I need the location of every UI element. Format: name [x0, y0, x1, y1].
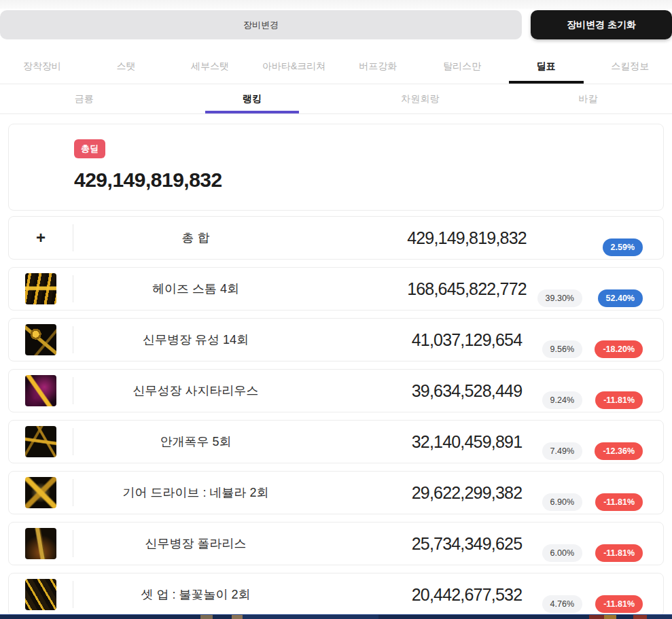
table-row[interactable]: 신무병장 폴라리스 25,734,349,625 6.00% -11.81% [8, 522, 664, 565]
share-percent-badge: 9.56% [542, 340, 582, 358]
tab-buff-enhance[interactable]: 버프강화 [336, 49, 421, 84]
row-skill-name: 셋 업 : 불꽃놀이 2회 [73, 586, 318, 603]
delta-percent-badge: -11.81% [595, 391, 643, 409]
tab-detail-stats[interactable]: 세부스탯 [168, 49, 252, 84]
banner-fragment [647, 615, 672, 619]
skill-mist-downpour-icon [25, 426, 56, 457]
banner-fragment [0, 615, 200, 619]
skill-icon-cell [9, 273, 73, 304]
tab-avatar-creature[interactable]: 아바타&크리쳐 [252, 49, 336, 84]
change-equipment-button[interactable]: 장비변경 [0, 10, 522, 39]
skill-icon-cell [9, 528, 73, 559]
tab-label: 탈리스만 [443, 60, 481, 73]
banner-fragment [589, 615, 604, 619]
skill-icon-cell [9, 324, 73, 355]
tab-equipment[interactable]: 장착장비 [0, 49, 84, 84]
skill-gear-drive-nebula-icon [25, 477, 56, 508]
row-skill-name: 총 합 [73, 230, 318, 246]
banner-fragment [633, 615, 647, 619]
share-percent-badge: 7.49% [542, 442, 582, 460]
banner-fragment [243, 615, 378, 619]
share-percent-badge: 39.30% [537, 289, 582, 307]
skill-setup-fireworks-icon [25, 579, 56, 610]
tab-label: 스탯 [116, 60, 135, 73]
tab-label: 스킬정보 [611, 60, 649, 73]
tab-skill-info[interactable]: 스킬정보 [588, 49, 672, 84]
page-top-band [0, 0, 672, 9]
tab-damage-table[interactable]: 딜표 [504, 49, 588, 84]
subtab-dimension-corridor[interactable]: 차원회랑 [336, 84, 504, 113]
top-actions: 장비변경 장비변경 초기화 [0, 9, 672, 39]
banner-fragment [200, 615, 213, 619]
active-subtab-underline [205, 111, 299, 113]
share-percent-badge: 6.90% [542, 493, 582, 511]
banner-fragment [378, 615, 589, 619]
delta-percent-badge: -18.20% [595, 340, 643, 358]
skill-icon-cell [9, 426, 73, 457]
subtab-ranking[interactable]: 랭킹 [168, 84, 336, 113]
subtab-label: 차원회랑 [401, 93, 439, 105]
tab-label: 장착장비 [23, 60, 61, 73]
skill-icon-cell [9, 579, 73, 610]
row-skill-name: 신무성장 사지타리우스 [73, 383, 318, 399]
cropped-banner-strip [0, 614, 672, 619]
banner-fragment [604, 615, 616, 619]
tab-label: 세부스탯 [191, 60, 229, 73]
tab-stats[interactable]: 스탯 [84, 49, 169, 84]
skill-icon-cell [9, 477, 73, 508]
table-row[interactable]: 안개폭우 5회 32,140,459,891 7.49% -12.36% [8, 420, 664, 463]
sub-tab-bar: 금룡 랭킹 차원회랑 바칼 [0, 84, 672, 114]
row-skill-name: 기어 드라이브 : 네뷸라 2회 [73, 484, 318, 501]
skill-meteor-icon [25, 324, 56, 355]
banner-fragment [232, 615, 243, 619]
table-row[interactable]: + 총 합 429,149,819,832 2.59% [8, 216, 664, 260]
active-tab-underline [509, 81, 584, 84]
tab-label: 아바타&크리쳐 [262, 60, 325, 73]
tab-label: 버프강화 [359, 60, 397, 73]
skill-haze-storm-icon [25, 273, 56, 304]
row-skill-name: 신무병장 유성 14회 [73, 332, 318, 348]
banner-fragment [213, 615, 232, 619]
subtab-label: 금룡 [75, 93, 94, 105]
table-row[interactable]: 헤이즈 스톰 4회 168,645,822,772 39.30% 52.40% [8, 267, 664, 311]
table-row[interactable]: 기어 드라이브 : 네뷸라 2회 29,622,299,382 6.90% -1… [8, 471, 664, 514]
total-damage-value: 429,149,819,832 [74, 169, 663, 192]
table-row[interactable]: 신무성장 사지타리우스 39,634,528,449 9.24% -11.81% [8, 369, 664, 412]
subtab-label: 랭킹 [243, 93, 262, 105]
share-percent-badge: 6.00% [542, 544, 582, 562]
tab-talisman[interactable]: 탈리스만 [420, 49, 504, 84]
delta-percent-badge: 2.59% [603, 238, 643, 256]
delta-percent-badge: -11.81% [595, 595, 643, 613]
row-skill-name: 안개폭우 5회 [73, 434, 318, 450]
row-skill-name: 헤이즈 스톰 4회 [73, 281, 318, 297]
delta-percent-badge: -12.36% [595, 442, 643, 460]
tab-label: 딜표 [537, 60, 556, 73]
delta-percent-badge: -11.81% [595, 544, 643, 562]
main-tab-bar: 장착장비 스탯 세부스탯 아바타&크리쳐 버프강화 탈리스만 딜표 스킬정보 [0, 49, 672, 84]
subtab-geumryong[interactable]: 금룡 [0, 84, 168, 113]
expand-plus-icon: + [25, 222, 56, 253]
subtab-label: 바칼 [578, 93, 597, 105]
table-row[interactable]: 신무병장 유성 14회 41,037,129,654 9.56% -18.20% [8, 318, 664, 361]
row-skill-name: 신무병장 폴라리스 [73, 535, 318, 552]
total-damage-badge: 총딜 [74, 139, 105, 158]
share-percent-badge: 9.24% [542, 391, 582, 409]
skill-sagittarius-icon [25, 375, 56, 406]
skill-polaris-icon [25, 528, 56, 559]
delta-percent-badge: 52.40% [598, 289, 643, 307]
total-damage-card: 총딜 429,149,819,832 [8, 124, 664, 211]
skill-icon-cell [9, 375, 73, 406]
reset-equipment-button[interactable]: 장비변경 초기화 [531, 10, 672, 39]
share-percent-badge: 4.76% [542, 595, 582, 613]
skill-damage-rows: + 총 합 429,149,819,832 2.59% 헤이즈 스톰 4회 16… [8, 216, 664, 616]
subtab-bakal[interactable]: 바칼 [504, 84, 672, 113]
delta-percent-badge: -11.81% [595, 493, 643, 511]
skill-icon-cell: + [9, 222, 73, 253]
banner-fragment [616, 615, 633, 619]
table-row[interactable]: 셋 업 : 불꽃놀이 2회 20,442,677,532 4.76% -11.8… [8, 573, 664, 616]
